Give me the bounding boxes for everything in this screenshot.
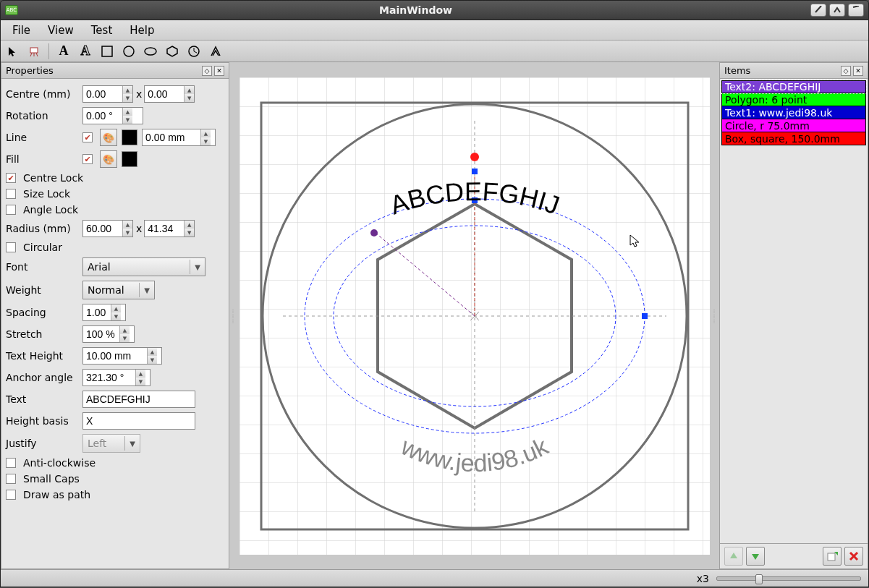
svg-rect-4 — [30, 48, 38, 53]
anchor-spin[interactable]: ▲▼ — [82, 369, 151, 386]
svg-marker-3 — [9, 47, 15, 56]
square-icon[interactable] — [98, 43, 116, 60]
move-up-button[interactable] — [724, 547, 743, 566]
justify-combo[interactable]: Left▼ — [82, 434, 140, 453]
fill-color-swatch[interactable] — [122, 151, 137, 167]
zoom-slider[interactable] — [716, 576, 861, 581]
centre-y-spin[interactable]: ▲▼ — [144, 85, 195, 103]
items-list: Text2: ABCDEFGHIJPolygon: 6 pointText1: … — [720, 79, 868, 543]
fill-color-picker[interactable]: 🎨 — [100, 150, 117, 168]
item-row[interactable]: Box, square, 150.0mm — [721, 132, 866, 145]
menu-view[interactable]: View — [39, 21, 82, 40]
fill-label: Fill — [6, 153, 82, 165]
line-width-spin[interactable]: ▲▼ — [142, 129, 216, 146]
svg-marker-34 — [752, 554, 759, 560]
properties-title: Properties — [6, 65, 54, 76]
circular-check[interactable] — [6, 242, 16, 252]
items-title: Items — [724, 65, 750, 76]
ellipse-icon[interactable] — [142, 43, 159, 60]
panel-float-button[interactable]: ◇ — [202, 66, 212, 76]
stretch-spin[interactable]: ▲▼ — [82, 325, 135, 343]
toolbar: A A — [1, 41, 868, 62]
anticlockwise-label: Anti-clockwise — [23, 457, 96, 469]
panel-close-button[interactable]: ✕ — [853, 66, 863, 76]
text-height-label: Text Height — [6, 350, 82, 362]
anticlockwise-check[interactable] — [6, 458, 16, 468]
svg-marker-33 — [730, 553, 737, 558]
menu-test[interactable]: Test — [82, 21, 122, 40]
spacing-spin[interactable]: ▲▼ — [82, 304, 126, 321]
svg-line-0 — [815, 6, 821, 12]
cursor-icon[interactable] — [4, 43, 21, 60]
line-color-swatch[interactable] — [122, 129, 137, 145]
font-combo[interactable]: Arial▼ — [82, 257, 205, 276]
centre-x-spin[interactable]: ▲▼ — [82, 85, 133, 103]
small-caps-check[interactable] — [6, 474, 16, 484]
svg-line-5 — [30, 53, 32, 56]
svg-point-10 — [145, 48, 156, 55]
centre-lock-label: Centre Lock — [23, 172, 83, 184]
text-input[interactable] — [82, 391, 195, 408]
menu-file[interactable]: File — [4, 21, 39, 40]
item-row[interactable]: Circle, r 75.0mm — [721, 119, 866, 132]
toolbar-separator — [48, 43, 49, 59]
minimize-button[interactable] — [810, 4, 826, 17]
size-lock-check[interactable] — [6, 189, 16, 199]
close-button[interactable] — [848, 4, 864, 17]
line-color-picker[interactable]: 🎨 — [100, 129, 117, 146]
height-basis-input[interactable] — [82, 412, 195, 430]
splitter-left[interactable]: ⋮⋮⋮ — [231, 305, 237, 327]
canvas-area[interactable]: ⋮⋮⋮ ⋮⋮⋮ — [229, 62, 719, 569]
svg-rect-35 — [828, 553, 835, 561]
splitter-right[interactable]: ⋮⋮⋮ — [712, 305, 718, 327]
angle-lock-check[interactable] — [6, 205, 16, 215]
justify-label: Justify — [6, 438, 82, 449]
text-outline-icon[interactable]: A — [77, 43, 94, 60]
delete-item-button[interactable] — [844, 547, 863, 566]
rotation-spin[interactable]: ▲▼ — [82, 107, 143, 124]
rotation-label: Rotation — [6, 110, 82, 122]
clock-icon[interactable] — [185, 43, 203, 60]
weight-combo[interactable]: Normal▼ — [82, 281, 155, 299]
add-item-button[interactable] — [823, 547, 842, 566]
line-label: Line — [6, 132, 82, 143]
svg-line-14 — [194, 51, 197, 53]
circle-icon[interactable] — [120, 43, 137, 60]
menu-help[interactable]: Help — [121, 21, 163, 40]
caret-icon[interactable] — [207, 43, 224, 60]
svg-rect-26 — [472, 169, 478, 174]
centre-lock-check[interactable] — [6, 173, 16, 183]
titlebar: ABC MainWindow — [0, 0, 869, 20]
svg-rect-28 — [642, 313, 648, 319]
svg-rect-8 — [102, 46, 112, 56]
draw-as-path-label: Draw as path — [23, 489, 90, 500]
panel-close-button[interactable]: ✕ — [214, 66, 224, 76]
height-basis-label: Height basis — [6, 415, 82, 427]
draw-as-path-check[interactable] — [6, 490, 16, 500]
item-row[interactable]: Text1: www.jedi98.uk — [721, 106, 866, 119]
item-row[interactable]: Polygon: 6 point — [721, 93, 866, 106]
polygon-icon[interactable] — [164, 43, 181, 60]
radius-x-spin[interactable]: ▲▼ — [82, 220, 133, 237]
svg-line-6 — [36, 53, 38, 56]
move-down-button[interactable] — [746, 547, 765, 566]
panel-float-button[interactable]: ◇ — [841, 66, 851, 76]
maximize-button[interactable] — [829, 4, 845, 17]
svg-line-1 — [853, 6, 859, 7]
line-enable-check[interactable] — [82, 132, 93, 142]
text-fill-icon[interactable]: A — [55, 43, 72, 60]
text-height-spin[interactable]: ▲▼ — [82, 347, 162, 365]
canvas[interactable]: ABCDEFGHIJ www.jedi98.uk — [239, 77, 710, 555]
fill-enable-check[interactable] — [82, 154, 93, 164]
easel-icon[interactable] — [25, 43, 43, 60]
text-label: Text — [6, 393, 82, 405]
centre-label: Centre (mm) — [6, 88, 82, 100]
svg-point-25 — [470, 153, 479, 161]
zoom-label: x3 — [697, 573, 709, 584]
weight-label: Weight — [6, 284, 82, 296]
radius-y-spin[interactable]: ▲▼ — [144, 220, 195, 237]
size-lock-label: Size Lock — [23, 188, 70, 200]
item-row[interactable]: Text2: ABCDEFGHIJ — [721, 80, 866, 93]
radius-label: Radius (mm) — [6, 223, 82, 234]
items-panel: Items ◇ ✕ Text2: ABCDEFGHIJPolygon: 6 po… — [719, 62, 868, 569]
